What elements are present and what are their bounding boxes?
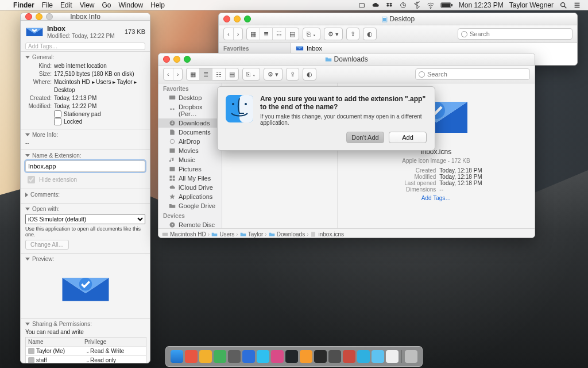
dont-add-button[interactable]: Don't Add <box>346 132 384 143</box>
sidebar-item-documents[interactable]: Documents <box>158 128 222 137</box>
change-all-button[interactable]: Change All… <box>25 240 69 250</box>
disclosure-open-with[interactable]: Open with: <box>25 206 145 212</box>
dock-app-icon[interactable] <box>228 350 241 363</box>
sidebar-item-icloud[interactable]: iCloud Drive <box>158 183 222 192</box>
dock-app-icon[interactable] <box>314 350 327 363</box>
name-extension-input[interactable] <box>25 160 145 172</box>
menu-file[interactable]: File <box>42 1 53 9</box>
path-bar[interactable]: Macintosh HD› Users› Taylor› Downloads› … <box>158 228 535 238</box>
disclosure-preview[interactable]: Preview: <box>25 256 145 262</box>
perm-row[interactable]: Taylor (Me)⌄Read & Write <box>26 347 146 356</box>
sidebar-item-dropbox[interactable]: Dropbox (Per… <box>158 102 222 118</box>
menu-go[interactable]: Go <box>102 1 111 9</box>
nav-back-forward[interactable]: ‹› <box>223 28 243 40</box>
action-menu[interactable]: ⚙ ▾ <box>324 28 343 40</box>
sidebar-item-remote-disc[interactable]: Remote Disc <box>158 220 222 228</box>
disclosure-comments[interactable]: Comments: <box>25 191 145 198</box>
dock-app-icon[interactable] <box>242 350 255 363</box>
dock-app-icon[interactable] <box>199 350 212 363</box>
tags-button[interactable]: ◐ <box>303 68 316 80</box>
bluetooth-icon[interactable] <box>413 1 421 9</box>
dock-trash-icon[interactable] <box>405 350 417 363</box>
disclosure-more-info[interactable]: More Info: <box>25 132 145 138</box>
search-field[interactable] <box>458 28 572 40</box>
dropbox-icon[interactable] <box>385 1 393 9</box>
dock-app-icon[interactable] <box>300 350 312 363</box>
view-switcher[interactable]: ▦≣☷▤ <box>246 28 299 40</box>
tags-button[interactable]: ◐ <box>363 28 377 40</box>
stationery-checkbox[interactable]: Stationery pad <box>54 110 145 118</box>
battery-icon[interactable] <box>440 1 453 9</box>
dock-app-icon[interactable] <box>271 350 284 363</box>
info-window[interactable]: Inbox Info Inbox Modified: Today, 12:22 … <box>20 13 150 363</box>
folder-icon <box>240 231 246 237</box>
disclosure-sharing[interactable]: Sharing & Permissions: <box>25 321 145 327</box>
view-switcher[interactable]: ▦≣☷▤ <box>186 68 239 80</box>
sync-icon[interactable] <box>399 1 407 9</box>
notification-icon[interactable] <box>358 1 366 9</box>
dock-app-icon[interactable] <box>185 350 198 363</box>
arrange-menu[interactable]: ⎘ ▾ <box>242 68 260 80</box>
file-item-inbox[interactable]: Inbox <box>291 43 577 53</box>
confirm-extension-sheet: Are you sure you want to add the extensi… <box>217 86 435 151</box>
open-with-select[interactable]: iOS Simulator (default) <box>25 214 145 224</box>
menubar-clock[interactable]: Mon 12:23 PM <box>459 1 504 9</box>
titlebar[interactable]: Downloads <box>158 53 535 66</box>
notification-center-icon[interactable] <box>573 1 581 9</box>
dock-app-icon[interactable] <box>285 350 298 363</box>
dock-finder-icon[interactable] <box>171 350 183 363</box>
arrange-menu[interactable]: ⎘ ▾ <box>303 28 320 40</box>
action-menu[interactable]: ⚙ ▾ <box>264 68 283 80</box>
menu-view[interactable]: View <box>80 1 95 9</box>
tags-field[interactable]: Add Tags… <box>25 43 145 50</box>
dock-app-icon[interactable] <box>357 350 370 363</box>
dock-app-icon[interactable] <box>328 350 341 363</box>
inbox-icon <box>25 24 44 39</box>
preview-metadata: CreatedToday, 12:18 PM ModifiedToday, 12… <box>390 167 482 193</box>
menu-window[interactable]: Window <box>119 1 144 9</box>
dock-app-icon[interactable] <box>343 350 355 363</box>
section-general: General: Kind:web internet location Size… <box>21 51 150 129</box>
share-button[interactable]: ⇪ <box>346 28 359 40</box>
window-title: Inbox Info <box>21 13 150 21</box>
perm-row[interactable]: staff⌄Read only <box>26 356 146 363</box>
sidebar-item-gdrive[interactable]: Google Drive <box>158 201 222 210</box>
sidebar-item-music[interactable]: Music <box>158 155 222 164</box>
menubar-user[interactable]: Taylor Wegner <box>509 1 554 9</box>
wifi-icon[interactable] <box>427 1 435 9</box>
locked-checkbox[interactable]: Locked <box>54 118 145 125</box>
dock-app-icon[interactable] <box>214 350 226 363</box>
menu-edit[interactable]: Edit <box>60 1 72 9</box>
search-field[interactable] <box>415 68 530 80</box>
menu-help[interactable]: Help <box>150 1 165 9</box>
add-button[interactable]: Add <box>389 132 427 143</box>
dock-separator <box>401 350 402 363</box>
disclosure-general[interactable]: General: <box>25 54 145 60</box>
app-menu[interactable]: Finder <box>13 1 34 9</box>
sidebar-item-downloads[interactable]: Downloads <box>158 118 222 128</box>
svg-point-5 <box>561 3 565 7</box>
add-tags-link[interactable]: Add Tags… <box>421 195 451 201</box>
svg-rect-22 <box>163 232 168 236</box>
folder-icon <box>269 231 275 237</box>
spotlight-icon[interactable] <box>559 1 567 9</box>
share-button[interactable]: ⇪ <box>286 68 299 80</box>
nav-back-forward[interactable]: ‹› <box>163 68 183 80</box>
sidebar-item-desktop[interactable]: Desktop <box>158 93 222 102</box>
sidebar-item-movies[interactable]: Movies <box>158 146 222 155</box>
hide-extension-checkbox[interactable]: Hide extension <box>25 174 145 185</box>
cloud-icon[interactable] <box>372 1 380 9</box>
dock-app-icon[interactable] <box>372 350 384 363</box>
dock-app-icon[interactable] <box>257 350 269 363</box>
dock[interactable] <box>165 346 423 367</box>
sidebar-item-airdrop[interactable]: AirDrop <box>158 137 222 146</box>
svg-rect-13 <box>170 176 172 178</box>
dock-app-icon[interactable] <box>386 350 399 363</box>
titlebar[interactable]: Inbox Info <box>21 13 150 21</box>
sidebar-item-allfiles[interactable]: All My Files <box>158 174 222 183</box>
sidebar-item-applications[interactable]: Applications <box>158 192 222 201</box>
sidebar-item-pictures[interactable]: Pictures <box>158 164 222 174</box>
titlebar[interactable]: ▣ Desktop <box>219 13 577 25</box>
svg-point-26 <box>232 103 234 105</box>
disclosure-name-ext[interactable]: Name & Extension: <box>25 152 145 159</box>
